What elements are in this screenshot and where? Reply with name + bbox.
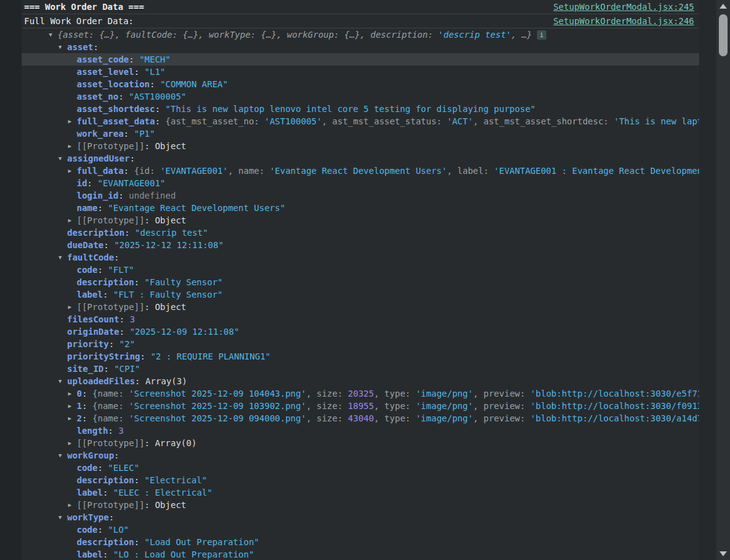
tree-row[interactable]: ▶2: {name: 'Screenshot 2025-12-09 094000…	[22, 412, 699, 424]
tree-row[interactable]: ▼workGroup:	[22, 449, 699, 462]
token-s: 'ACT'	[447, 116, 473, 126]
token-p: :	[98, 265, 108, 275]
token-p: :	[140, 351, 151, 361]
collapse-triangle-icon[interactable]: ▼	[59, 375, 62, 387]
scroll-down-button[interactable]	[716, 549, 730, 559]
token-k: originDate	[67, 327, 119, 337]
tree-row[interactable]: ▶full_data: {id: 'EVANTAGE001', name: 'E…	[22, 165, 699, 177]
expand-triangle-icon[interactable]: ▶	[68, 214, 71, 226]
token-s: "Electrical"	[145, 475, 207, 485]
tree-row[interactable]: ▶full_asset_data: {ast_mst_asset_no: 'AS…	[22, 115, 699, 127]
tree-row: description: "descrip test"	[22, 226, 699, 239]
token-p: :	[145, 500, 155, 510]
token-u: undefined	[129, 191, 176, 200]
tree-row[interactable]: ▶[[Prototype]]: Object	[22, 140, 699, 152]
token-k: name	[77, 203, 98, 213]
collapse-triangle-icon[interactable]: ▼	[59, 152, 62, 165]
token-p: :	[134, 67, 145, 77]
tree-row[interactable]: ▶[[Prototype]]: Object	[22, 214, 699, 226]
collapse-triangle-icon[interactable]: ▼	[59, 251, 62, 264]
token-n: 18955	[348, 401, 374, 411]
expand-triangle-icon[interactable]: ▶	[68, 412, 71, 424]
token-w: Object	[155, 302, 186, 312]
tree-row[interactable]: ▶[[Prototype]]: Array(0)	[22, 437, 699, 449]
tree-row: dueDate: "2025-12-12 12:11:08"	[22, 239, 699, 251]
tree-row: label: "LO : Load Out Preparation"	[22, 548, 699, 560]
token-k: filesCount	[67, 314, 119, 324]
token-p: :	[98, 463, 108, 473]
token-n: 3	[118, 426, 123, 436]
token-s: "descrip test"	[135, 228, 208, 238]
tree-row[interactable]: ▶0: {name: 'Screenshot 2025-12-09 104043…	[22, 387, 699, 400]
tree-row[interactable]: ▶1: {name: 'Screenshot 2025-12-09 103902…	[22, 400, 699, 412]
tree-row: site_ID: "CPI"	[22, 363, 699, 375]
tree-row[interactable]: ▼uploadedFiles: Array(3)	[22, 375, 699, 387]
tree-row: description: "Electrical"	[22, 474, 699, 486]
token-s: 'blob:http://localhost:3030/e5f71160-0a	[530, 389, 699, 398]
token-g: , ast_mst_asset_status:	[322, 116, 447, 126]
expand-triangle-icon[interactable]: ▶	[68, 387, 71, 400]
token-s: 'Screenshot 2025-12-09 104043.png'	[129, 389, 306, 398]
tree-row: asset_level: "L1"	[22, 66, 699, 78]
collapse-triangle-icon[interactable]: ▼	[59, 41, 62, 53]
console-message: === Work Order Data ===SetupWorkOrderMod…	[22, 0, 699, 14]
tree-row: asset_shortdesc: "This is new laptop len…	[22, 103, 699, 115]
tree-row[interactable]: ▼workType:	[22, 511, 699, 523]
token-n: 43040	[348, 413, 374, 423]
token-p: :	[103, 549, 113, 559]
token-p: :	[155, 104, 165, 114]
token-k: asset	[67, 42, 93, 52]
token-g: {name:	[92, 401, 129, 411]
token-k: login_id	[77, 191, 118, 200]
expand-triangle-icon[interactable]: ▶	[68, 165, 71, 177]
token-s: "CPI"	[114, 364, 140, 374]
token-g: , label:	[447, 166, 494, 176]
scrollbar-thumb[interactable]	[719, 14, 728, 56]
token-p: :	[82, 401, 92, 411]
expand-triangle-icon[interactable]: ▶	[68, 115, 71, 127]
tree-row[interactable]: ▼faultCode:	[22, 251, 699, 264]
expand-triangle-icon[interactable]: ▶	[68, 140, 71, 152]
tree-row: asset_code: "MECH"	[22, 53, 699, 66]
tree-row: label: "ELEC : Electrical"	[22, 486, 699, 499]
info-icon[interactable]: i	[537, 30, 546, 40]
message-text: Full Work Order Data:	[24, 14, 134, 28]
tree-row[interactable]: ▶[[Prototype]]: Object	[22, 499, 699, 511]
token-k: faultCode	[67, 252, 114, 262]
token-p: :	[103, 488, 113, 498]
tree-row[interactable]: ▼asset:	[22, 41, 699, 53]
tree-row: asset_location: "COMMON AREA"	[22, 78, 699, 90]
token-p: :	[145, 302, 155, 312]
source-link[interactable]: SetupWorkOrderModal.jsx:245	[553, 0, 694, 14]
token-k: description	[77, 475, 134, 485]
token-s: "ELEC"	[108, 463, 140, 473]
token-p: :	[119, 314, 130, 324]
expand-triangle-icon[interactable]: ▶	[68, 301, 71, 313]
collapse-triangle-icon[interactable]: ▼	[49, 28, 52, 41]
token-w: Object	[155, 500, 186, 510]
scroll-up-button[interactable]	[716, 1, 730, 11]
scrollbar[interactable]	[716, 0, 730, 560]
token-g: , ast_mst_asset_shortdesc:	[473, 116, 614, 126]
token-p: :	[129, 54, 139, 64]
tree-row[interactable]: ▼assignedUser:	[22, 152, 699, 165]
collapse-triangle-icon[interactable]: ▼	[59, 449, 62, 462]
token-s: "Evantage React Development Users"	[108, 203, 286, 213]
tree-row[interactable]: ▶[[Prototype]]: Object	[22, 301, 699, 313]
token-k: full_data	[77, 166, 124, 176]
token-p: :	[114, 450, 119, 460]
expand-triangle-icon[interactable]: ▶	[68, 499, 71, 511]
token-s: "FLT : Faulty Sensor"	[113, 290, 223, 299]
token-w: Array(3)	[145, 376, 187, 386]
tree-row: id: "EVANTAGE001"	[22, 177, 699, 189]
tree-row[interactable]: ▼{asset: {…}, faultCode: {…}, workType: …	[22, 28, 699, 41]
token-s: 'image/png'	[416, 413, 473, 423]
source-link[interactable]: SetupWorkOrderModal.jsx:246	[553, 14, 694, 28]
collapse-triangle-icon[interactable]: ▼	[59, 511, 62, 523]
token-s: 'blob:http://localhost:3030/f0913d47-37	[530, 401, 699, 411]
expand-triangle-icon[interactable]: ▶	[68, 437, 71, 449]
token-s: "EVANTAGE001"	[98, 178, 166, 188]
tree-row: label: "FLT : Faulty Sensor"	[22, 288, 699, 301]
expand-triangle-icon[interactable]: ▶	[68, 400, 71, 412]
token-p: :	[87, 178, 98, 188]
